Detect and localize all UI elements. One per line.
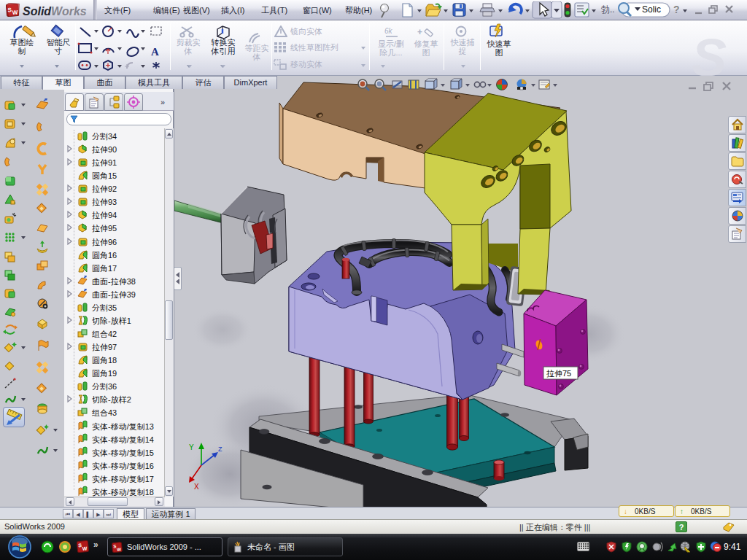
svg-text:Y: Y (189, 443, 194, 451)
svg-text:A: A (151, 46, 159, 58)
svg-text:SolidWorks: SolidWorks (23, 5, 87, 18)
svg-text:W: W (12, 9, 18, 16)
svg-text:+: + (417, 27, 422, 37)
svg-text:W: W (82, 546, 88, 552)
svg-text:勃..: 勃.. (601, 4, 615, 15)
svg-text:S: S (113, 544, 117, 548)
svg-text:6k: 6k (384, 27, 393, 35)
svg-text:Solic: Solic (642, 4, 661, 15)
svg-text:W: W (117, 548, 122, 553)
svg-text:?: ? (673, 4, 680, 15)
svg-text:X: X (194, 483, 199, 491)
svg-text:拉伸75: 拉伸75 (546, 369, 571, 378)
svg-text:Z: Z (218, 446, 222, 453)
